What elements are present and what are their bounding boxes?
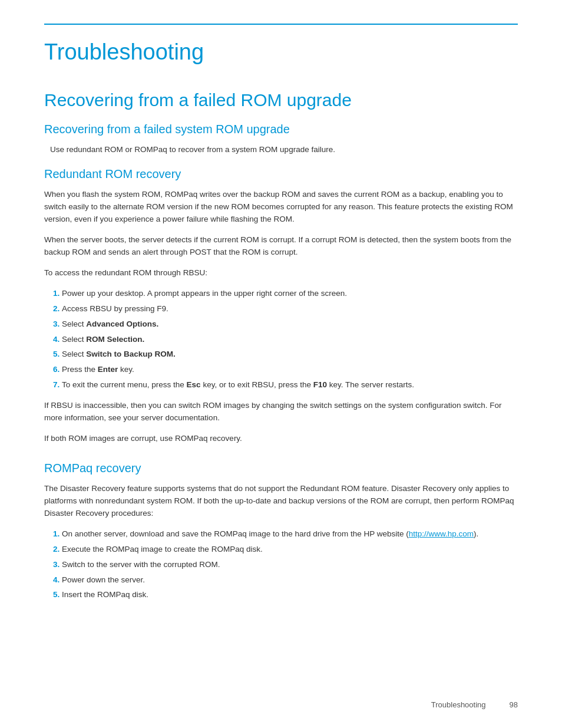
page-footer: Troubleshooting 98 xyxy=(431,699,518,711)
rompaq-step-1-text: On another server, download and save the… xyxy=(62,529,478,538)
rompaq-step-2-text: Execute the ROMPaq image to create the R… xyxy=(62,545,263,554)
page: Troubleshooting Recovering from a failed… xyxy=(0,0,562,728)
redundant-step-7-bold2: F10 xyxy=(313,380,327,389)
rompaq-step-2: Execute the ROMPaq image to create the R… xyxy=(62,543,518,556)
rompaq-step-3: Switch to the server with the corrupted … xyxy=(62,559,518,571)
redundant-rom-section: Redundant ROM recovery When you flash th… xyxy=(44,165,518,445)
subsection-failed-system: Recovering from a failed system ROM upgr… xyxy=(44,120,518,138)
rompaq-step-3-text: Switch to the server with the corrupted … xyxy=(62,560,220,569)
redundant-para4: If RBSU is inaccessible, then you can sw… xyxy=(44,400,518,424)
hp-link[interactable]: http://www.hp.com xyxy=(409,529,474,538)
redundant-step-7-bold1: Esc xyxy=(187,380,201,389)
redundant-step-4-text: Select ROM Selection. xyxy=(62,335,144,344)
redundant-step-3-bold: Advanced Options. xyxy=(86,319,158,328)
page-title: Troubleshooting xyxy=(44,35,518,69)
redundant-step-5-bold: Switch to Backup ROM. xyxy=(86,350,176,358)
rompaq-step-5: Insert the ROMPaq disk. xyxy=(62,589,518,601)
redundant-para2: When the server boots, the server detect… xyxy=(44,234,518,259)
rompaq-step-5-text: Insert the ROMPaq disk. xyxy=(62,590,148,599)
intro-text: Use redundant ROM or ROMPaq to recover f… xyxy=(50,144,518,156)
section-title: Recovering from a failed ROM upgrade xyxy=(44,87,518,113)
rompaq-steps-list: On another server, download and save the… xyxy=(62,528,518,602)
redundant-para1: When you flash the system ROM, ROMPaq wr… xyxy=(44,189,518,226)
rompaq-para1: The Disaster Recovery feature supports s… xyxy=(44,483,518,520)
redundant-para3: To access the redundant ROM through RBSU… xyxy=(44,267,518,279)
rompaq-step-4-text: Power down the server. xyxy=(62,575,145,584)
redundant-step-3: Select Advanced Options. xyxy=(62,318,518,331)
redundant-step-5: Select Switch to Backup ROM. xyxy=(62,348,518,361)
redundant-step-7: To exit the current menu, press the Esc … xyxy=(62,379,518,391)
footer-page-number: 98 xyxy=(510,699,518,711)
redundant-step-6-bold: Enter xyxy=(98,365,118,374)
redundant-step-5-text: Select Switch to Backup ROM. xyxy=(62,350,176,358)
redundant-step-1-text: Power up your desktop. A prompt appears … xyxy=(62,289,347,298)
redundant-step-2: Access RBSU by pressing F9. xyxy=(62,303,518,315)
redundant-step-3-text: Select Advanced Options. xyxy=(62,319,158,328)
redundant-step-6-text: Press the Enter key. xyxy=(62,365,134,374)
redundant-step-7-text: To exit the current menu, press the Esc … xyxy=(62,380,414,389)
rompaq-step-4: Power down the server. xyxy=(62,574,518,587)
redundant-step-1: Power up your desktop. A prompt appears … xyxy=(62,288,518,300)
redundant-step-4: Select ROM Selection. xyxy=(62,334,518,346)
redundant-rom-title: Redundant ROM recovery xyxy=(44,165,518,183)
redundant-step-4-bold: ROM Selection. xyxy=(86,335,144,344)
rompaq-section: ROMPaq recovery The Disaster Recovery fe… xyxy=(44,459,518,601)
footer-label: Troubleshooting xyxy=(431,699,486,711)
redundant-steps-list: Power up your desktop. A prompt appears … xyxy=(62,288,518,391)
redundant-step-2-text: Access RBSU by pressing F9. xyxy=(62,304,168,313)
redundant-step-6: Press the Enter key. xyxy=(62,364,518,376)
rompaq-title: ROMPaq recovery xyxy=(44,459,518,477)
top-rule xyxy=(44,24,518,25)
rompaq-step-1: On another server, download and save the… xyxy=(62,528,518,541)
redundant-para5: If both ROM images are corrupt, use ROMP… xyxy=(44,433,518,445)
